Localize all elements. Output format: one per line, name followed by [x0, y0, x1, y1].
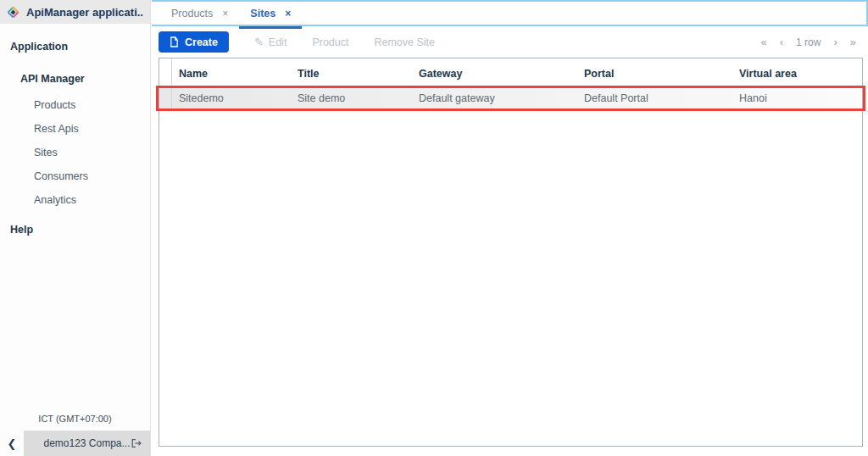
pagination-row-count: 1 row [796, 36, 821, 48]
product-button-label: Product [312, 36, 348, 48]
table-header-row: Name Title Gateway Portal Virtual area [159, 58, 862, 88]
remove-site-button[interactable]: Remove Site [374, 36, 435, 48]
pagination-first-icon[interactable]: « [761, 36, 767, 48]
main-area: Products × Sites × Create ✎ Edit Product [152, 0, 868, 456]
tab-sites-label: Sites [250, 8, 275, 19]
column-header-virtual-area[interactable]: Virtual area [732, 58, 862, 88]
sidebar-section-help[interactable]: Help [0, 217, 150, 242]
pagination: « ‹ 1 row › » [761, 36, 857, 48]
tab-products-close-icon[interactable]: × [222, 8, 228, 19]
chevron-left-icon: ❮ [8, 437, 17, 450]
tab-sites-close-icon[interactable]: × [285, 8, 291, 19]
sidebar-footer: ❮ demo123 Compa... [0, 431, 150, 456]
toolbar: Create ✎ Edit Product Remove Site « ‹ 1 … [152, 26, 868, 58]
tab-products-label: Products [171, 8, 213, 19]
company-menu[interactable]: demo123 Compa... [24, 431, 150, 456]
sidebar-item-consumers[interactable]: Consumers [0, 164, 150, 188]
sidebar-section-application[interactable]: Application [0, 34, 150, 59]
company-label: demo123 Compa... [43, 437, 130, 449]
pagination-next-icon[interactable]: › [833, 36, 837, 48]
row-cell-name: Sitedemo [172, 92, 291, 104]
product-button[interactable]: Product [312, 36, 348, 48]
column-header-gateway[interactable]: Gateway [412, 58, 577, 88]
sidebar: ApiManager applicati... Application API … [0, 0, 151, 456]
column-header-name[interactable]: Name [172, 58, 291, 88]
edit-button[interactable]: ✎ Edit [254, 36, 287, 48]
tab-sites[interactable]: Sites × [239, 2, 302, 25]
sites-table: Name Title Gateway Portal Virtual area S… [159, 58, 863, 447]
sidebar-item-rest-apis[interactable]: Rest Apis [0, 117, 150, 141]
timezone-label: ICT (GMT+07:00) [0, 414, 150, 424]
pagination-last-icon[interactable]: » [850, 36, 856, 48]
sidebar-nav: Application API Manager Products Rest Ap… [0, 24, 150, 242]
row-cell-title: Site demo [291, 92, 412, 104]
row-cell-gateway: Default gateway [412, 92, 577, 104]
row-selector-cell [159, 88, 172, 108]
app-logo-icon [7, 6, 19, 19]
sidebar-item-analytics[interactable]: Analytics [0, 188, 150, 212]
sidebar-collapse-button[interactable]: ❮ [0, 431, 24, 456]
app-title: ApiManager applicati... [26, 6, 143, 19]
column-header-portal[interactable]: Portal [577, 58, 732, 88]
edit-button-label: Edit [269, 36, 287, 48]
row-cell-portal: Default Portal [577, 92, 732, 104]
table-header-selector-column [159, 58, 172, 88]
tab-bar: Products × Sites × [152, 0, 868, 26]
sidebar-header: ApiManager applicati... [0, 0, 150, 24]
tab-products[interactable]: Products × [160, 2, 239, 25]
pagination-prev-icon[interactable]: ‹ [780, 36, 783, 48]
pencil-icon: ✎ [254, 36, 264, 48]
logout-icon[interactable] [131, 438, 142, 448]
table-row[interactable]: Sitedemo Site demo Default gateway Defau… [159, 88, 862, 108]
remove-site-button-label: Remove Site [374, 36, 435, 48]
sidebar-group-api-manager[interactable]: API Manager [0, 64, 150, 93]
create-document-icon [170, 36, 179, 47]
create-button-label: Create [185, 36, 218, 48]
create-button[interactable]: Create [159, 31, 229, 53]
sidebar-item-products[interactable]: Products [0, 93, 150, 117]
row-cell-virtual-area: Hanoi [732, 92, 862, 104]
column-header-title[interactable]: Title [291, 58, 412, 88]
sidebar-item-sites[interactable]: Sites [0, 141, 150, 164]
